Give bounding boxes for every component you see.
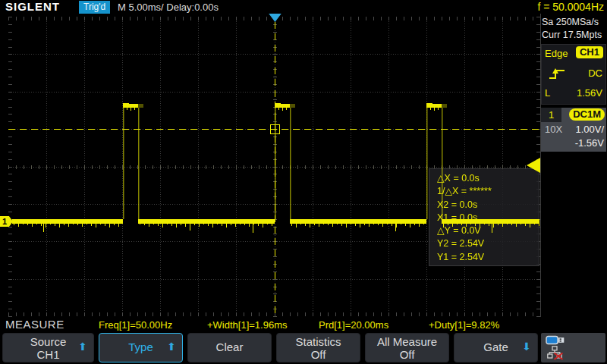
channel-number-tab: 1 — [541, 108, 561, 122]
softkey-menu: Source CH1 ⬆ Type ⬆ Clear Statistics Off… — [0, 332, 607, 364]
statistics-label: Statistics — [277, 335, 360, 348]
measure-period: Prd[1]=20.00ms — [319, 319, 388, 331]
trigger-level-value: 1.56V — [577, 87, 602, 99]
trigger-status-badge: Trig'd — [79, 1, 110, 14]
source-button[interactable]: Source CH1 ⬆ — [2, 333, 94, 362]
channel1-panel[interactable]: 1 DC1M 10X 1.00V/ -1.56V — [541, 108, 606, 152]
measure-bar: MEASURE Freq[1]=50.00Hz +Width[1]=1.96ms… — [0, 317, 607, 332]
trigger-mode: Edge — [545, 48, 568, 59]
statistics-button[interactable]: Statistics Off — [276, 333, 360, 362]
all-measure-label: All Measure — [366, 335, 448, 348]
timebase-readout: M 5.00ms/ Delay:0.00s — [118, 2, 219, 13]
measure-title: MEASURE — [5, 318, 64, 331]
trigger-level-label: L — [545, 87, 550, 99]
sample-rate: Sa 250MSa/s — [542, 16, 606, 29]
frequency-counter: f = 50.0004Hz — [537, 1, 604, 13]
memory-depth: Curr 17.5Mpts — [542, 29, 606, 42]
clear-button[interactable]: Clear — [187, 333, 272, 362]
rising-edge-icon — [548, 67, 566, 83]
measure-freq: Freq[1]=50.00Hz — [99, 319, 172, 331]
up-arrow-icon: ⬆ — [78, 340, 87, 353]
statistics-value: Off — [277, 348, 360, 361]
lan-disconnected-icon — [547, 346, 564, 363]
status-icon-panel — [541, 333, 605, 362]
vertical-offset: -1.56V — [575, 137, 604, 149]
siglent-logo: SIGLENT — [5, 0, 60, 13]
up-arrow-icon: ⬆ — [167, 340, 176, 353]
clear-label: Clear — [188, 334, 271, 361]
probe-attenuation: 10X — [545, 124, 562, 135]
oscilloscope-screen: SIGLENT Trig'd M 5.00ms/ Delay:0.00s f =… — [0, 0, 607, 364]
acquisition-panel: Sa 250MSa/s Curr 17.5Mpts — [542, 16, 606, 43]
all-measure-value: Off — [366, 348, 448, 361]
trigger-source-badge: CH1 — [576, 46, 603, 58]
waveform-display[interactable] — [0, 0, 540, 364]
channel-coupling-badge: DC1M — [569, 108, 605, 121]
down-arrow-icon: ⬇ — [522, 340, 531, 353]
vertical-scale: 1.00V/ — [575, 124, 604, 135]
trigger-panel[interactable]: Edge CH1 DC L 1.56V — [541, 44, 606, 105]
measure-duty: +Duty[1]=9.82% — [429, 319, 499, 331]
all-measure-button[interactable]: All Measure Off — [365, 333, 449, 362]
gate-button[interactable]: Gate ⬇ — [454, 333, 538, 362]
measure-width: +Width[1]=1.96ms — [207, 319, 288, 331]
type-button[interactable]: Type ⬆ — [99, 333, 183, 362]
trigger-coupling: DC — [588, 67, 602, 79]
top-status-bar: SIGLENT Trig'd M 5.00ms/ Delay:0.00s f =… — [0, 0, 607, 14]
